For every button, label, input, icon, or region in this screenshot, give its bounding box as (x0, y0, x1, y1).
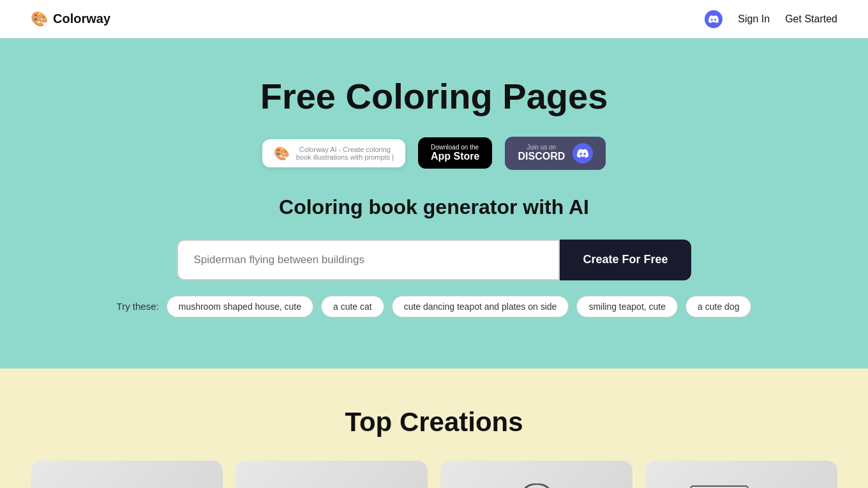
try-these: Try these: mushroom shaped house, cute a… (31, 296, 837, 317)
suggestion-chip-0[interactable]: mushroom shaped house, cute (167, 296, 313, 317)
suggestion-chip-1[interactable]: a cute cat (321, 296, 384, 317)
colorway-logo-badge[interactable]: 🎨 Colorway AI - Create coloring book ill… (262, 139, 405, 167)
app-store-badge[interactable]: Download on the App Store (418, 137, 492, 169)
creation-card-2[interactable]: anime teacher ♥ 0 (440, 461, 632, 488)
creation-image-1 (236, 461, 428, 488)
creation-card-0[interactable]: Lion and boy ♥ 1 (31, 461, 223, 488)
logo-emoji: 🎨 (31, 11, 48, 27)
nav-right: Sign In Get Started (705, 10, 837, 28)
creation-image-0 (31, 461, 223, 488)
try-these-label: Try these: (117, 301, 159, 312)
discord-small-text: Join us on (518, 144, 565, 151)
creations-grid: Lion and boy ♥ 1 (31, 461, 837, 488)
creation-card-1[interactable]: Girls ♥ 1 (236, 461, 428, 488)
suggestion-chip-3[interactable]: smiling teapot, cute (576, 296, 678, 317)
sign-in-link[interactable]: Sign In (738, 13, 770, 25)
discord-badge[interactable]: Join us on DISCORD (505, 137, 606, 170)
creation-image-3 (645, 461, 837, 488)
search-row: Create For Free (31, 240, 837, 280)
logo-text: Colorway (53, 11, 110, 26)
app-store-small-text: Download on the (431, 144, 479, 151)
creation-card-3[interactable]: teacher ♥ 0 (645, 461, 837, 488)
logo[interactable]: 🎨 Colorway (31, 11, 110, 27)
creations-title: Top Creations (31, 407, 837, 438)
hero-section: Free Coloring Pages 🎨 Colorway AI - Crea… (0, 38, 868, 369)
discord-nav-icon[interactable] (705, 10, 722, 28)
search-input[interactable] (177, 240, 560, 280)
navbar: 🎨 Colorway Sign In Get Started (0, 0, 868, 38)
hero-title: Free Coloring Pages (31, 77, 837, 116)
create-button[interactable]: Create For Free (560, 240, 691, 280)
creation-image-2 (440, 461, 632, 488)
app-store-large-text: App Store (431, 151, 479, 162)
creations-section: Top Creations (0, 369, 868, 488)
svg-rect-21 (691, 486, 748, 488)
discord-circle-icon (572, 143, 593, 164)
hero-badges: 🎨 Colorway AI - Create coloring book ill… (31, 137, 837, 170)
suggestion-chip-4[interactable]: a cute dog (685, 296, 751, 317)
suggestion-chip-2[interactable]: cute dancing teapot and plates on side (392, 296, 569, 317)
get-started-link[interactable]: Get Started (785, 13, 837, 25)
discord-large-text: DISCORD (518, 151, 565, 162)
hero-subtitle: Coloring book generator with AI (31, 195, 837, 219)
